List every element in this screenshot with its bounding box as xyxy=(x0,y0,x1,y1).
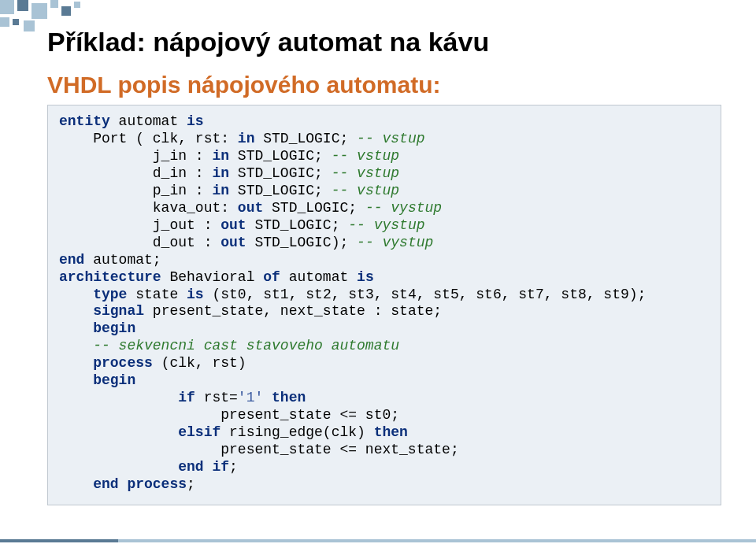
slide-subtitle: VHDL popis nápojového automatu: xyxy=(47,72,732,98)
vhdl-code: entity automat is Port ( clk, rst: in ST… xyxy=(59,113,710,494)
code-block: entity automat is Port ( clk, rst: in ST… xyxy=(47,105,721,505)
footer-divider xyxy=(0,539,756,542)
slide-title: Příklad: nápojový automat na kávu xyxy=(47,27,732,57)
